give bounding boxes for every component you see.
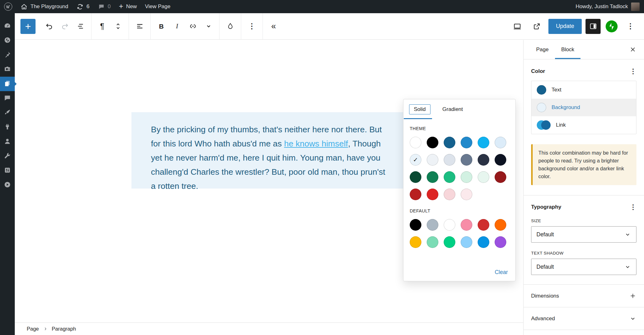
- format-options-button[interactable]: ⋮: [244, 19, 260, 34]
- sidebar-item-settings[interactable]: [0, 163, 15, 178]
- default-swatch-6[interactable]: [410, 236, 421, 248]
- sidebar-item-plugins[interactable]: [0, 120, 15, 135]
- collapse-toolbar-button[interactable]: «: [266, 19, 281, 34]
- theme-swatch-1[interactable]: [427, 137, 438, 148]
- sidebar-item-media[interactable]: [0, 62, 15, 77]
- updates-menu-item[interactable]: 6: [72, 0, 93, 13]
- align-text-button[interactable]: [132, 19, 147, 34]
- toolbar-right-group: Update ⋮: [509, 19, 644, 34]
- sidebar-item-users[interactable]: [0, 135, 15, 149]
- italic-button[interactable]: I: [169, 19, 185, 34]
- tab-gradient[interactable]: Gradient: [438, 105, 467, 114]
- paragraph-link[interactable]: he knows himself: [284, 139, 348, 148]
- default-swatch-2[interactable]: [444, 219, 455, 231]
- default-swatch-1[interactable]: [427, 219, 438, 231]
- view-page-menu-item[interactable]: View Page: [141, 0, 175, 13]
- theme-swatch-19[interactable]: [427, 189, 438, 200]
- link-color-row[interactable]: Link: [531, 116, 636, 134]
- theme-swatch-13[interactable]: [427, 171, 438, 183]
- theme-swatch-11[interactable]: [495, 154, 506, 166]
- block-inserter-button[interactable]: +: [20, 19, 36, 34]
- dimensions-panel-toggle[interactable]: Dimensions: [524, 284, 644, 307]
- list-view-button[interactable]: [73, 19, 88, 34]
- sidebar-item-dashboard[interactable]: [0, 19, 15, 33]
- admin-bar-account[interactable]: Howdy, Justin Tadlock: [575, 3, 644, 11]
- theme-swatch-grid: ✓: [410, 137, 509, 200]
- paragraph-block[interactable]: By the pricking of my thumbs, that's nei…: [131, 112, 408, 189]
- wordpress-menu-button[interactable]: [0, 0, 16, 13]
- advanced-panel-toggle[interactable]: Advanced: [524, 307, 644, 330]
- close-sidebar-button[interactable]: [629, 46, 636, 53]
- sidebar-item-appearance[interactable]: [0, 106, 15, 120]
- theme-swatch-12[interactable]: [410, 171, 421, 183]
- background-color-row[interactable]: Background: [531, 99, 636, 116]
- theme-swatch-8[interactable]: [444, 154, 455, 166]
- update-button[interactable]: Update: [548, 19, 582, 34]
- theme-swatch-17[interactable]: [495, 171, 506, 183]
- breadcrumb-page[interactable]: Page: [27, 326, 39, 332]
- default-swatch-9[interactable]: [461, 236, 472, 248]
- theme-swatch-20[interactable]: [444, 189, 455, 200]
- theme-swatch-5[interactable]: [495, 137, 506, 148]
- sidebar-item-posts-pin[interactable]: [0, 48, 15, 62]
- default-swatch-3[interactable]: [461, 219, 472, 231]
- default-swatch-11[interactable]: [495, 236, 506, 248]
- new-menu-item[interactable]: + New: [115, 0, 141, 13]
- plus-icon: [629, 292, 636, 299]
- default-swatch-7[interactable]: [427, 236, 438, 248]
- theme-swatch-10[interactable]: [478, 154, 489, 166]
- theme-swatch-9[interactable]: [461, 154, 472, 166]
- tab-page[interactable]: Page: [530, 40, 555, 59]
- theme-swatch-7[interactable]: [427, 154, 438, 166]
- theme-swatch-4[interactable]: [478, 137, 489, 148]
- redo-button[interactable]: [57, 19, 73, 34]
- default-swatch-4[interactable]: [478, 219, 489, 231]
- theme-swatch-21[interactable]: [461, 189, 472, 200]
- toolbar-divider: [219, 13, 219, 39]
- view-post-external-button[interactable]: [529, 19, 545, 34]
- default-swatch-0[interactable]: [410, 219, 421, 231]
- default-swatch-5[interactable]: [495, 219, 506, 231]
- default-swatch-10[interactable]: [478, 236, 489, 248]
- color-options-icon[interactable]: ⋮: [630, 68, 636, 74]
- dimensions-label: Dimensions: [531, 293, 559, 299]
- format-chevron-button[interactable]: [201, 19, 216, 34]
- comments-icon: [98, 3, 105, 10]
- theme-swatch-18[interactable]: [410, 189, 421, 200]
- tab-block[interactable]: Block: [555, 40, 581, 59]
- typography-options-icon[interactable]: ⋮: [630, 204, 636, 210]
- site-menu-item[interactable]: The Playground: [16, 0, 72, 13]
- sidebar-item-playground[interactable]: [0, 178, 15, 192]
- jetpack-button[interactable]: [606, 20, 618, 32]
- breadcrumb-paragraph[interactable]: Paragraph: [52, 326, 76, 332]
- preview-devices-button[interactable]: [509, 19, 525, 34]
- theme-swatch-0[interactable]: [410, 137, 421, 148]
- theme-swatch-15[interactable]: [461, 171, 472, 183]
- sidebar-item-comments[interactable]: [0, 91, 15, 106]
- sidebar-item-pages[interactable]: [0, 77, 15, 91]
- theme-swatch-16[interactable]: [478, 171, 489, 183]
- block-mover-button[interactable]: [110, 19, 126, 34]
- theme-swatch-3[interactable]: [461, 137, 472, 148]
- theme-swatch-14[interactable]: [444, 171, 455, 183]
- link-button[interactable]: [185, 19, 201, 34]
- default-swatch-8[interactable]: [444, 236, 455, 248]
- clear-color-button[interactable]: Clear: [495, 269, 508, 276]
- theme-swatch-2[interactable]: [444, 137, 455, 148]
- text-color-row[interactable]: Text: [531, 81, 636, 99]
- highlight-droplet-button[interactable]: [222, 19, 238, 34]
- editor-options-button[interactable]: ⋮: [623, 19, 638, 34]
- text-color-swatch: [537, 85, 546, 95]
- text-shadow-select[interactable]: Default: [531, 259, 636, 275]
- settings-panel-toggle[interactable]: [586, 19, 601, 34]
- font-size-select[interactable]: Default: [531, 226, 636, 243]
- comments-menu-item[interactable]: 0: [94, 0, 115, 13]
- list-view-icon: [76, 22, 85, 30]
- bold-button[interactable]: B: [153, 19, 169, 34]
- undo-button[interactable]: [41, 19, 57, 34]
- sidebar-item-jetpack[interactable]: [0, 33, 15, 48]
- sidebar-item-tools[interactable]: [0, 149, 15, 163]
- paragraph-button[interactable]: ¶: [94, 19, 110, 34]
- tab-solid[interactable]: Solid: [409, 104, 430, 114]
- theme-swatch-6[interactable]: ✓: [410, 154, 421, 166]
